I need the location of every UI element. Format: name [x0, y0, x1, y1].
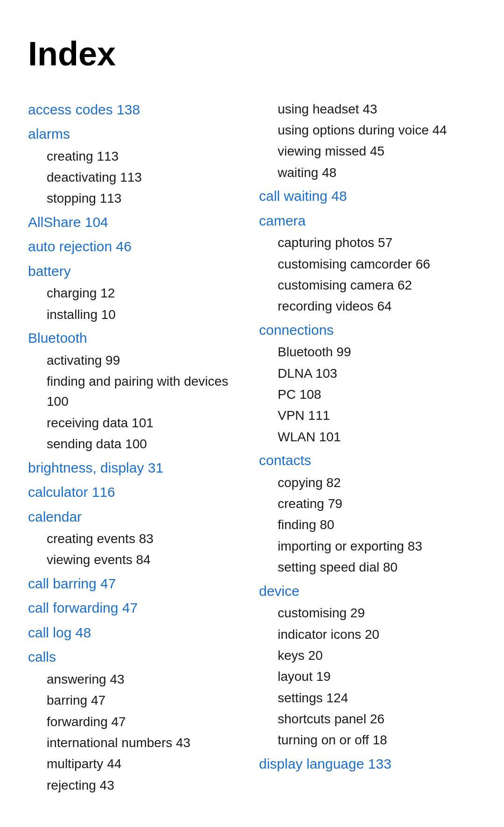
index-subitem: PC 108: [259, 384, 476, 404]
index-section: calendarcreating events 83viewing events…: [28, 506, 245, 570]
index-subitem: importing or exporting 83: [259, 536, 476, 556]
index-section: display language 133: [259, 753, 476, 775]
index-subitem: sending data 100: [28, 434, 245, 454]
index-subitem: using options during voice 44: [259, 120, 476, 140]
index-section: connectionsBluetooth 99DLNA 103PC 108VPN…: [259, 319, 476, 447]
index-section: using headset 43using options during voi…: [259, 99, 476, 183]
index-subitem: shortcuts panel 26: [259, 709, 476, 729]
index-subitem: viewing missed 45: [259, 141, 476, 161]
index-section: contactscopying 82creating 79finding 80i…: [259, 450, 476, 577]
index-section: alarmscreating 113deactivating 113stoppi…: [28, 123, 245, 209]
index-subitem: customising 29: [259, 603, 476, 623]
index-subitem: copying 82: [259, 473, 476, 493]
index-subitem: DLNA 103: [259, 363, 476, 383]
index-subitem: layout 19: [259, 666, 476, 686]
index-section: Bluetoothactivating 99finding and pairin…: [28, 327, 245, 454]
index-link[interactable]: call barring 47: [28, 576, 116, 591]
index-link[interactable]: auto rejection 46: [28, 239, 132, 254]
index-link[interactable]: camera: [259, 213, 306, 228]
index-link[interactable]: device: [259, 583, 300, 599]
index-link[interactable]: AllShare 104: [28, 214, 108, 230]
index-link[interactable]: display language 133: [259, 756, 392, 771]
index-section: brightness, display 31: [28, 457, 245, 479]
index-section: cameracapturing photos 57customising cam…: [259, 210, 476, 317]
index-subitem: creating 113: [28, 146, 245, 166]
index-subitem: creating events 83: [28, 529, 245, 549]
index-section: AllShare 104: [28, 212, 245, 233]
index-subitem: deactivating 113: [28, 167, 245, 187]
index-subitem: waiting 48: [259, 163, 476, 183]
index-link[interactable]: contacts: [259, 452, 311, 468]
index-link[interactable]: calls: [28, 649, 56, 664]
index-link[interactable]: call log 48: [28, 625, 91, 640]
index-subitem: recording videos 64: [259, 296, 476, 316]
index-subitem: VPN 111: [259, 405, 476, 425]
index-link[interactable]: connections: [259, 322, 334, 338]
index-subitem: finding and pairing with devices 100: [28, 371, 245, 412]
index-subitem: customising camera 62: [259, 275, 476, 295]
index-link[interactable]: call waiting 48: [259, 188, 347, 204]
index-section: call forwarding 47: [28, 597, 245, 619]
index-link[interactable]: alarms: [28, 126, 70, 141]
index-subitem: turning on or off 18: [259, 730, 476, 750]
index-link[interactable]: brightness, display 31: [28, 460, 163, 475]
index-section: auto rejection 46: [28, 236, 245, 258]
index-subitem: setting speed dial 80: [259, 557, 476, 577]
index-subitem: rejecting 43: [28, 775, 245, 795]
index-subitem: capturing photos 57: [259, 233, 476, 253]
right-column: using headset 43using options during voi…: [259, 99, 476, 799]
index-link[interactable]: calculator 116: [28, 484, 115, 500]
index-subitem: using headset 43: [259, 99, 476, 119]
index-subitem: international numbers 43: [28, 733, 245, 753]
index-columns: access codes 138alarmscreating 113deacti…: [28, 99, 476, 799]
index-subitem: answering 43: [28, 669, 245, 689]
index-section: callsanswering 43barring 47forwarding 47…: [28, 646, 245, 795]
index-subitem: Bluetooth 99: [259, 342, 476, 362]
index-subitem: indicator icons 20: [259, 624, 476, 644]
index-subitem: charging 12: [28, 283, 245, 303]
index-section: call waiting 48: [259, 185, 476, 207]
index-subitem: activating 99: [28, 350, 245, 370]
index-link[interactable]: Bluetooth: [28, 330, 87, 346]
index-subitem: WLAN 101: [259, 427, 476, 447]
index-subitem: creating 79: [259, 494, 476, 514]
index-link[interactable]: battery: [28, 263, 71, 279]
index-subitem: receiving data 101: [28, 413, 245, 433]
index-link[interactable]: calendar: [28, 509, 82, 524]
index-section: calculator 116: [28, 481, 245, 503]
index-subitem: barring 47: [28, 690, 245, 710]
index-link[interactable]: access codes 138: [28, 102, 140, 117]
index-subitem: installing 10: [28, 304, 245, 325]
index-section: batterycharging 12installing 10: [28, 261, 245, 325]
index-section: access codes 138: [28, 99, 245, 121]
page-title: Index: [28, 28, 476, 80]
index-subitem: forwarding 47: [28, 712, 245, 732]
index-link[interactable]: call forwarding 47: [28, 600, 138, 615]
index-section: devicecustomising 29indicator icons 20ke…: [259, 580, 476, 750]
index-section: call barring 47: [28, 573, 245, 595]
index-section: call log 48: [28, 622, 245, 644]
index-subitem: customising camcorder 66: [259, 254, 476, 274]
index-subitem: finding 80: [259, 515, 476, 535]
index-subitem: keys 20: [259, 645, 476, 665]
left-column: access codes 138alarmscreating 113deacti…: [28, 99, 259, 799]
index-subitem: multiparty 44: [28, 754, 245, 774]
index-subitem: settings 124: [259, 688, 476, 708]
index-subitem: stopping 113: [28, 188, 245, 208]
index-subitem: viewing events 84: [28, 550, 245, 570]
